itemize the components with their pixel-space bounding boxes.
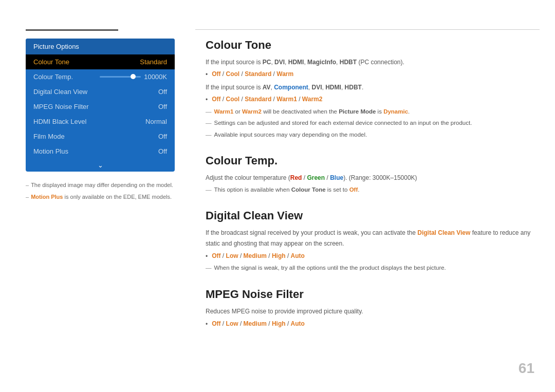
menu-item-film-mode[interactable]: Film Mode Off (26, 129, 175, 144)
menu-label-colour-tone: Colour Tone (33, 58, 69, 66)
note-line-2: — Settings can be adjusted and stored fo… (206, 118, 534, 128)
menu-label-colour-temp: Colour Temp. (33, 73, 73, 81)
panel-notes: – The displayed image may differ dependi… (26, 181, 175, 201)
top-bar-dark (26, 29, 118, 31)
section-body-digital-clean-view: If the broadcast signal received by your… (206, 228, 534, 273)
bullet-item-2: • Off / Cool / Standard / Warm1 / Warm2 (206, 94, 534, 105)
panel-note-text-1: The displayed image may differ depending… (31, 181, 173, 190)
top-bar-light (195, 29, 540, 30)
menu-item-digital-clean-view[interactable]: Digital Clean View Off (26, 84, 175, 99)
menu-item-colour-tone[interactable]: Colour Tone Standard (26, 54, 175, 69)
section-body-mpeg-noise-filter: Reduces MPEG noise to provide improved p… (206, 306, 534, 330)
chevron-down-icon: ⌄ (98, 161, 103, 169)
panel-note-text-2: Motion Plus is only available on the EDE… (31, 193, 172, 201)
section-digital-clean-view: Digital Clean View If the broadcast sign… (206, 209, 534, 273)
picture-options-title: Picture Options (26, 39, 175, 54)
menu-label-digital-clean-view: Digital Clean View (33, 88, 87, 96)
menu-value-film-mode: Off (158, 133, 167, 140)
panel-note-1: – The displayed image may differ dependi… (26, 181, 175, 190)
slider-container: 10000K (100, 73, 167, 81)
colour-temp-slider[interactable] (100, 76, 141, 78)
section-colour-tone: Colour Tone If the input source is PC, D… (206, 39, 534, 140)
picture-options-box: Picture Options Colour Tone Standard Col… (26, 39, 175, 172)
menu-label-mpeg-noise-filter: MPEG Noise Filter (33, 103, 89, 110)
menu-value-hdmi-black-level: Normal (145, 118, 167, 125)
menu-label-film-mode: Film Mode (33, 133, 65, 140)
panel-note-2: – Motion Plus is only available on the E… (26, 193, 175, 201)
section-title-colour-tone: Colour Tone (206, 39, 534, 52)
section-title-mpeg-noise-filter: MPEG Noise Filter (206, 288, 534, 301)
page-number: 61 (519, 360, 534, 377)
menu-label-hdmi-black-level: HDMI Black Level (33, 118, 86, 125)
bullet-item-dcv: • Off / Low / Medium / High / Auto (206, 251, 534, 262)
menu-value-colour-tone: Standard (140, 58, 167, 66)
note-line-ct: — This option is available when Colour T… (206, 185, 534, 195)
bullet-item-mpeg: • Off / Low / Medium / High / Auto (206, 319, 534, 329)
section-body-colour-tone: If the input source is PC, DVI, HDMI, Ma… (206, 57, 534, 140)
section-body-colour-temp: Adjust the colour temperature (Red / Gre… (206, 173, 534, 195)
menu-label-motion-plus: Motion Plus (33, 147, 68, 155)
section-mpeg-noise-filter: MPEG Noise Filter Reduces MPEG noise to … (206, 288, 534, 330)
section-title-digital-clean-view: Digital Clean View (206, 209, 534, 222)
section-colour-temp: Colour Temp. Adjust the colour temperatu… (206, 154, 534, 195)
menu-value-digital-clean-view: Off (158, 88, 167, 96)
menu-item-colour-temp[interactable]: Colour Temp. 10000K (26, 69, 175, 84)
menu-value-motion-plus: Off (158, 147, 167, 155)
left-panel: Picture Options Colour Tone Standard Col… (26, 39, 180, 204)
menu-value-colour-temp: 10000K (144, 73, 167, 81)
right-content: Colour Tone If the input source is PC, D… (206, 39, 534, 344)
menu-value-mpeg-noise-filter: Off (158, 103, 167, 110)
chevron-down[interactable]: ⌄ (26, 159, 175, 172)
note-line-1: — Warm1 or Warm2 will be deactivated whe… (206, 107, 534, 117)
section-title-colour-temp: Colour Temp. (206, 154, 534, 167)
note-line-dcv: — When the signal is weak, try all the o… (206, 263, 534, 273)
menu-item-motion-plus[interactable]: Motion Plus Off (26, 144, 175, 159)
note-line-3: — Available input sources may vary depen… (206, 130, 534, 140)
menu-item-hdmi-black-level[interactable]: HDMI Black Level Normal (26, 114, 175, 129)
menu-item-mpeg-noise-filter[interactable]: MPEG Noise Filter Off (26, 99, 175, 114)
bullet-item: • Off / Cool / Standard / Warm (206, 69, 534, 80)
